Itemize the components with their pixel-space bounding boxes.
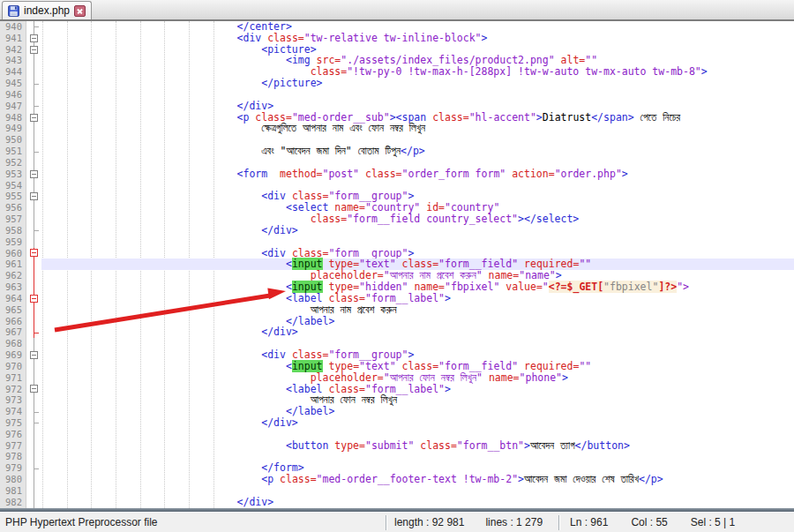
code-token: <form bbox=[237, 168, 280, 180]
code-token: > bbox=[482, 32, 488, 44]
fold-marker[interactable] bbox=[26, 191, 41, 202]
fold-margin bbox=[26, 66, 41, 78]
code-token: "form__field country_select" bbox=[347, 213, 518, 225]
line-number: 947 bbox=[0, 101, 26, 112]
code-token: এবং "আবেদন জমা দিন" বোতাম টিপুন bbox=[261, 145, 401, 157]
code-editor[interactable]: 940 </center>941 <div class="tw-relative… bbox=[0, 21, 794, 508]
line-number: 959 bbox=[0, 236, 26, 248]
code-line: 964 <label class="form__label"> bbox=[0, 293, 794, 304]
fold-margin bbox=[26, 157, 41, 169]
code-token: > bbox=[701, 65, 708, 78]
code-token: "fbpixel" bbox=[445, 281, 499, 293]
code-line: 951 এবং "আবেদন জমা দিন" বোতাম টিপুন</p> bbox=[0, 146, 794, 157]
line-number: 962 bbox=[0, 270, 26, 281]
code-token: > bbox=[445, 292, 451, 304]
line-number: 957 bbox=[0, 214, 26, 225]
code-token: class= bbox=[420, 439, 457, 452]
fold-margin bbox=[26, 214, 41, 225]
code-token: </div> bbox=[261, 224, 298, 236]
code-token: > bbox=[562, 371, 568, 384]
code-token: "" bbox=[579, 258, 591, 270]
line-number: 956 bbox=[0, 202, 26, 214]
fold-marker[interactable] bbox=[26, 112, 41, 124]
fold-margin bbox=[26, 281, 41, 293]
line-number: 979 bbox=[0, 462, 26, 474]
code-token: "med-order__footer-text !tw-mb-2" bbox=[317, 473, 518, 485]
code-text[interactable] bbox=[41, 485, 794, 497]
fold-marker[interactable] bbox=[26, 248, 41, 259]
code-text[interactable]: <button type="submit" class="form__btn">… bbox=[41, 440, 794, 452]
code-text[interactable]: <p class="med-order__footer-text !tw-mb-… bbox=[41, 474, 794, 485]
code-text[interactable]: ক্ষেত্রগুলিতে আপনার নাম এবং ফোন নম্বর লি… bbox=[41, 123, 794, 134]
code-token: > bbox=[622, 168, 628, 180]
fold-margin bbox=[26, 236, 41, 248]
status-length: length : 92 981 bbox=[394, 516, 464, 528]
line-number: 948 bbox=[0, 112, 26, 124]
code-token: > bbox=[518, 473, 524, 485]
code-token: পেতে নিচের bbox=[634, 111, 680, 124]
code-token: </p> bbox=[401, 145, 425, 157]
status-column: Col : 55 bbox=[631, 516, 667, 528]
fold-marker[interactable] bbox=[26, 33, 41, 44]
line-number: 941 bbox=[0, 33, 26, 44]
fold-marker[interactable] bbox=[26, 349, 41, 361]
line-number: 946 bbox=[0, 89, 26, 101]
code-token: class= bbox=[311, 213, 348, 225]
code-line: 977 <button type="submit" class="form__b… bbox=[0, 440, 794, 452]
close-icon[interactable] bbox=[74, 5, 86, 17]
fold-marker[interactable] bbox=[26, 384, 41, 395]
code-token: "> bbox=[677, 281, 689, 293]
code-token bbox=[483, 371, 489, 384]
code-line: 980 <p class="med-order__footer-text !tw… bbox=[0, 474, 794, 485]
fold-margin bbox=[26, 485, 41, 497]
code-text[interactable] bbox=[41, 236, 794, 248]
code-text[interactable]: <form method="post" class="order_form fo… bbox=[41, 169, 794, 180]
code-token: class= bbox=[365, 168, 402, 180]
code-line: 982 </div> bbox=[0, 497, 794, 508]
code-text[interactable]: <label class="form__label"> bbox=[41, 293, 794, 304]
fold-margin bbox=[26, 417, 41, 429]
line-number: 953 bbox=[0, 169, 26, 180]
line-number: 960 bbox=[0, 248, 26, 259]
code-token: </div> bbox=[237, 496, 274, 508]
fold-margin bbox=[26, 440, 41, 452]
status-selection: Sel : 5 | 1 bbox=[691, 516, 735, 528]
fold-margin bbox=[26, 474, 41, 485]
code-token: "post" bbox=[323, 168, 360, 180]
code-line: 945 </picture> bbox=[0, 78, 794, 89]
code-token: ক্ষেত্রগুলিতে আপনার নাম এবং ফোন নম্বর লি… bbox=[261, 122, 425, 134]
line-number: 976 bbox=[0, 429, 26, 440]
code-text[interactable]: </div> bbox=[41, 225, 794, 236]
fold-margin bbox=[26, 338, 41, 349]
code-text[interactable] bbox=[41, 89, 794, 101]
code-text[interactable]: <div class="tw-relative tw-inline-block"… bbox=[41, 33, 794, 44]
fold-margin bbox=[26, 89, 41, 101]
line-number: 978 bbox=[0, 451, 26, 462]
code-token: < bbox=[286, 360, 292, 372]
fold-margin bbox=[26, 451, 41, 462]
code-token: method= bbox=[280, 168, 322, 180]
code-text[interactable]: আপনার নাম প্রবেশ করুন bbox=[41, 304, 794, 316]
status-lines: lines : 1 279 bbox=[485, 516, 543, 528]
code-text[interactable]: </div> bbox=[41, 497, 794, 508]
code-token: </span> bbox=[591, 111, 633, 124]
tab-index-php[interactable]: index.php bbox=[2, 1, 92, 19]
code-line: 957 class="form__field country_select"><… bbox=[0, 214, 794, 225]
code-text[interactable]: </picture> bbox=[41, 78, 794, 89]
code-token: class= bbox=[280, 473, 317, 485]
code-line: 946 bbox=[0, 89, 794, 101]
line-number: 982 bbox=[0, 497, 26, 508]
fold-margin bbox=[26, 304, 41, 316]
code-text[interactable]: </div> bbox=[41, 326, 794, 338]
code-line: 981 bbox=[0, 485, 794, 497]
line-number: 955 bbox=[0, 191, 26, 202]
code-text[interactable]: class="form__field country_select"></sel… bbox=[41, 214, 794, 225]
fold-marker[interactable] bbox=[26, 44, 41, 56]
code-token: আবেদন ত্যাগ bbox=[530, 439, 575, 452]
line-number: 951 bbox=[0, 146, 26, 157]
fold-marker[interactable] bbox=[26, 293, 41, 304]
line-number: 968 bbox=[0, 338, 26, 349]
code-text[interactable]: এবং "আবেদন জমা দিন" বোতাম টিপুন</p> bbox=[41, 146, 794, 157]
code-text[interactable]: </div> bbox=[41, 417, 794, 429]
fold-marker[interactable] bbox=[26, 169, 41, 180]
